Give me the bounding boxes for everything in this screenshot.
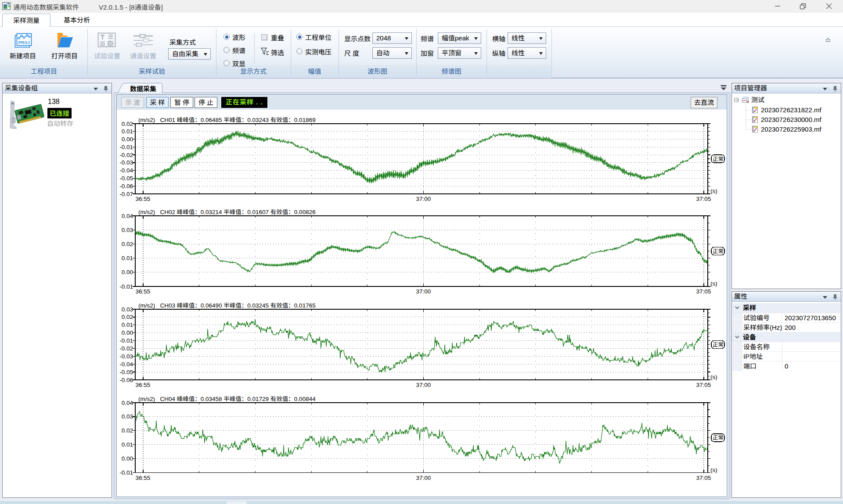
svg-text:正常: 正常 [713,342,724,348]
svg-text:-0.06: -0.06 [119,183,133,189]
svg-text:-0.03: -0.03 [119,353,133,360]
svg-text:0.04: 0.04 [122,400,133,406]
svg-text:-0.01: -0.01 [119,337,133,344]
svg-text:正常: 正常 [713,435,724,441]
svg-text:-0.01: -0.01 [119,469,133,476]
svg-text:0.01: 0.01 [122,441,133,448]
svg-text:正常: 正常 [713,156,724,162]
svg-text:0.00: 0.00 [122,269,133,275]
svg-text:37:00: 37:00 [416,288,431,295]
svg-text:-0.05: -0.05 [119,369,133,375]
svg-text:正常: 正常 [713,248,724,254]
svg-text:(s): (s) [710,374,717,380]
svg-text:(s): (s) [710,188,717,194]
svg-text:0.03: 0.03 [122,306,133,313]
svg-text:测试: 测试 [751,96,764,104]
svg-text:0.03: 0.03 [122,227,133,233]
svg-text:37:00: 37:00 [416,382,431,388]
svg-text:-0.01: -0.01 [119,144,133,150]
svg-text:37:05: 37:05 [696,288,711,295]
svg-text:0.02: 0.02 [122,121,133,127]
svg-text:-0.02: -0.02 [119,345,133,352]
svg-text:(m/s2) CH01 峰峰值：0.06485 半峰值：: (m/s2) CH01 峰峰值：0.06485 半峰值：0.03243 有效值：… [138,117,316,123]
svg-text:20230726231822.mf: 20230726231822.mf [761,106,821,114]
svg-text:(s): (s) [710,467,717,473]
svg-text:-0.01: -0.01 [119,283,133,290]
svg-text:36:55: 36:55 [136,382,151,388]
svg-text:36:55: 36:55 [136,288,151,295]
svg-text:20230726230000.mf: 20230726230000.mf [761,116,821,123]
svg-text:0.01: 0.01 [122,322,133,328]
svg-text:37:05: 37:05 [696,196,711,202]
svg-text:-0.07: -0.07 [119,191,133,197]
svg-text:-0.02: -0.02 [119,152,133,158]
svg-text:20230726225903.mf: 20230726225903.mf [761,125,821,133]
svg-text:0.04: 0.04 [122,213,133,219]
svg-text:-0.04: -0.04 [119,167,133,174]
svg-text:(m/s2) CH03 峰峰值：0.06490 半峰值：: (m/s2) CH03 峰峰值：0.06490 半峰值：0.03245 有效值：… [138,302,316,309]
svg-text:-0.05: -0.05 [119,175,133,182]
svg-text:37:05: 37:05 [696,475,711,481]
svg-text:PROJ: PROJ [18,40,30,45]
svg-text:0.02: 0.02 [122,241,133,247]
svg-text:(m/s2) CH02 峰峰值：0.03214 半峰值：: (m/s2) CH02 峰峰值：0.03214 半峰值：0.01607 有效值：… [138,209,316,215]
svg-text:36:55: 36:55 [136,196,151,202]
svg-text:0.00: 0.00 [122,136,133,143]
svg-text:0.01: 0.01 [122,128,133,135]
svg-text:0.02: 0.02 [122,314,133,320]
svg-text:36:55: 36:55 [136,475,151,481]
svg-text:-0.06: -0.06 [119,377,133,383]
svg-text:(m/s2) CH04 峰峰值：0.03458 半峰值：: (m/s2) CH04 峰峰值：0.03458 半峰值：0.01729 有效值：… [138,396,316,402]
svg-text:(s): (s) [710,280,717,287]
svg-text:-0.04: -0.04 [119,361,133,368]
svg-text:0.01: 0.01 [122,255,133,261]
svg-text:37:00: 37:00 [416,196,431,202]
svg-text:0.00: 0.00 [122,329,133,336]
svg-text:0.02: 0.02 [122,427,133,434]
svg-text:-0.03: -0.03 [119,159,133,166]
svg-text:0.00: 0.00 [122,455,133,462]
svg-text:37:00: 37:00 [416,475,431,481]
svg-text:0.03: 0.03 [122,413,133,420]
svg-text:37:05: 37:05 [696,382,711,388]
